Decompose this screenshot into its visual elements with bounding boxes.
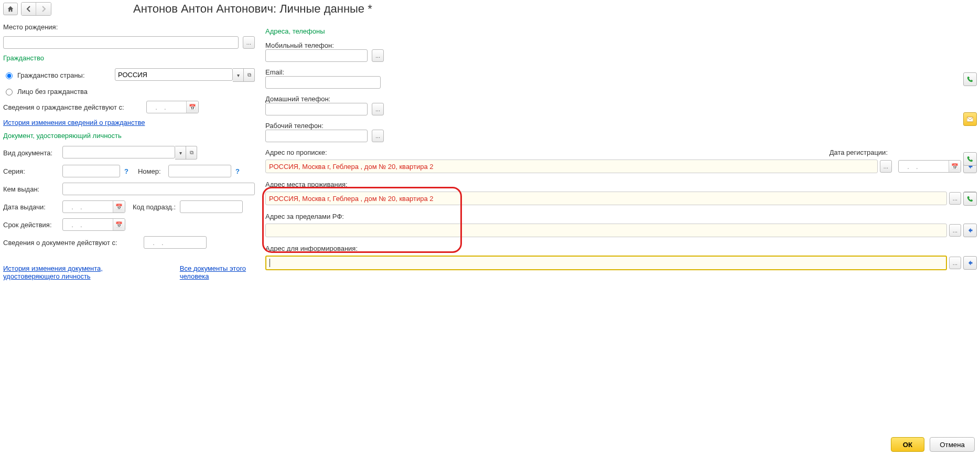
- abroad-addr-lookup-button[interactable]: ...: [949, 224, 961, 237]
- reg-addr-value: РОССИЯ, Москва г, Геблера , дом № 20, кв…: [269, 163, 434, 171]
- citizenship-history-link[interactable]: История изменения сведений о гражданстве: [3, 119, 145, 126]
- work-phone-label: Рабочий телефон:: [265, 122, 977, 130]
- citizenship-country-radio[interactable]: [6, 72, 13, 79]
- citizenship-country-radio-text: Гражданство страны:: [17, 71, 85, 79]
- mail-icon: [967, 116, 973, 122]
- issuedby-input[interactable]: [62, 183, 255, 195]
- abroad-addr-label: Адрес за пределами РФ:: [265, 213, 977, 220]
- calendar-icon: 📅: [115, 221, 123, 228]
- country-open-button[interactable]: ⧉: [244, 68, 255, 82]
- series-label: Серия:: [3, 167, 58, 175]
- doctype-open-button[interactable]: ⧉: [186, 146, 197, 160]
- number-help-icon[interactable]: ?: [235, 167, 240, 175]
- birthplace-input[interactable]: [3, 36, 239, 49]
- arrow-left-icon: [967, 259, 973, 267]
- mobile-phone-label: Мобильный телефон:: [265, 41, 977, 49]
- docinfo-validfrom-label: Сведения о документе действуют с:: [3, 239, 139, 247]
- back-button[interactable]: [21, 3, 36, 15]
- stateless-radio-label[interactable]: Лицо без гражданства: [3, 87, 88, 96]
- ok-button[interactable]: ОК: [891, 437, 925, 452]
- number-input[interactable]: [168, 165, 231, 177]
- contacts-section-title: Адреса, телефоны: [265, 27, 977, 35]
- citizenship-validfrom-date[interactable]: 📅: [146, 101, 199, 113]
- work-phone-input[interactable]: [265, 130, 368, 142]
- abroad-addr-input[interactable]: [265, 224, 947, 237]
- text-cursor: [270, 259, 270, 267]
- doctype-label: Вид документа:: [3, 149, 58, 157]
- abroad-addr-copy-button[interactable]: [963, 224, 977, 237]
- issuedby-label: Кем выдан:: [3, 185, 58, 193]
- arrow-left-icon: [26, 6, 32, 12]
- identity-section-title: Документ, удостоверяющий личность: [3, 132, 255, 140]
- mobile-phone-lookup-button[interactable]: ...: [372, 49, 384, 62]
- right-tools: [963, 72, 977, 206]
- live-addr-value: РОССИЯ, Москва г, Геблера , дом № 20, кв…: [269, 195, 434, 203]
- cancel-button[interactable]: Отмена: [930, 437, 975, 452]
- issuedate-label: Дата выдачи:: [3, 203, 58, 211]
- citizenship-country-radio-label[interactable]: Гражданство страны:: [3, 71, 111, 79]
- birthplace-lookup-button[interactable]: ...: [243, 36, 255, 49]
- home-phone-lookup-button[interactable]: ...: [372, 103, 384, 115]
- birthplace-label: Место рождения:: [3, 23, 58, 31]
- issuedate-date[interactable]: 📅: [62, 200, 125, 213]
- reg-addr-label: Адрес по прописке:: [265, 149, 327, 156]
- live-addr-lookup-button[interactable]: ...: [949, 192, 961, 205]
- calendar-button[interactable]: 📅: [113, 219, 125, 230]
- live-addr-label: Адрес места проживания:: [265, 181, 977, 188]
- reg-addr-field: РОССИЯ, Москва г, Геблера , дом № 20, кв…: [265, 160, 977, 173]
- dial-work-button[interactable]: [963, 192, 977, 206]
- reg-date[interactable]: 📅: [898, 160, 961, 173]
- reg-addr-input[interactable]: РОССИЯ, Москва г, Геблера , дом № 20, кв…: [265, 160, 878, 173]
- doctype-dropdown-button[interactable]: ▾: [175, 146, 186, 160]
- abroad-addr-field: ...: [265, 224, 977, 237]
- phone-icon: [967, 195, 973, 203]
- stateless-radio[interactable]: [6, 89, 13, 96]
- calendar-icon: 📅: [189, 104, 196, 111]
- toolbar: Антонов Антон Антонович: Личные данные *: [0, 0, 980, 18]
- page-title: Антонов Антон Антонович: Личные данные *: [133, 2, 372, 16]
- doc-history-link[interactable]: История изменения документа, удостоверяю…: [3, 264, 128, 280]
- doctype-combobox[interactable]: ▾ ⧉: [62, 146, 197, 160]
- notify-addr-field: ...: [265, 256, 977, 270]
- email-input[interactable]: [265, 76, 381, 89]
- phone-icon: [967, 76, 973, 83]
- series-help-icon[interactable]: ?: [124, 167, 128, 175]
- live-addr-input[interactable]: РОССИЯ, Москва г, Геблера , дом № 20, кв…: [265, 192, 947, 205]
- notify-addr-lookup-button[interactable]: ...: [949, 257, 961, 269]
- series-input[interactable]: [62, 165, 120, 177]
- calendar-button[interactable]: 📅: [949, 161, 961, 172]
- notify-addr-copy-button[interactable]: [963, 256, 977, 270]
- open-icon: ⧉: [190, 150, 193, 156]
- send-email-button[interactable]: [963, 112, 977, 126]
- deptcode-input[interactable]: [180, 200, 243, 213]
- country-input[interactable]: [115, 68, 233, 81]
- work-phone-lookup-button[interactable]: ...: [372, 130, 384, 142]
- country-dropdown-button[interactable]: ▾: [233, 68, 244, 82]
- docinfo-validfrom-date[interactable]: [144, 236, 207, 249]
- arrow-left-icon: [967, 227, 973, 234]
- reg-addr-lookup-button[interactable]: ...: [880, 160, 892, 173]
- calendar-button[interactable]: 📅: [186, 101, 198, 113]
- calendar-button[interactable]: 📅: [113, 201, 125, 213]
- mobile-phone-input[interactable]: [265, 49, 368, 62]
- stateless-radio-text: Лицо без гражданства: [17, 88, 88, 96]
- all-docs-link[interactable]: Все документы этого человека: [180, 264, 255, 280]
- dial-home-button[interactable]: [963, 152, 977, 166]
- chevron-down-icon: ▾: [237, 72, 240, 78]
- docinfo-validfrom-input[interactable]: [144, 236, 207, 249]
- home-phone-label: Домашний телефон:: [265, 95, 977, 103]
- dial-mobile-button[interactable]: [963, 72, 977, 86]
- citizenship-section-title: Гражданство: [3, 54, 255, 62]
- validity-date[interactable]: 📅: [62, 218, 125, 231]
- doctype-input[interactable]: [62, 146, 175, 158]
- home-button[interactable]: [3, 3, 18, 15]
- home-icon: [7, 5, 14, 13]
- notify-addr-input[interactable]: [265, 256, 947, 270]
- forward-button[interactable]: [36, 3, 51, 15]
- chevron-down-icon: ▾: [179, 150, 182, 156]
- home-phone-input[interactable]: [265, 103, 368, 115]
- email-label: Email:: [265, 68, 977, 76]
- country-combobox[interactable]: ▾ ⧉: [115, 68, 255, 82]
- footer: ОК Отмена: [891, 437, 975, 452]
- nav-group: [21, 2, 51, 16]
